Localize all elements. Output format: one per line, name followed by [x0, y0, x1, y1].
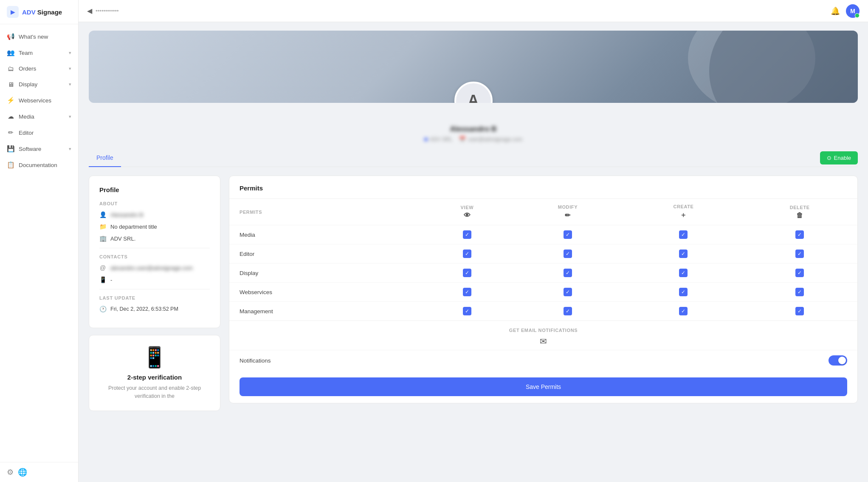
- checkbox-checked[interactable]: ✓: [795, 288, 804, 296]
- permit-delete[interactable]: ✓: [742, 283, 857, 302]
- sidebar-item-label: Documentation: [19, 162, 71, 168]
- permit-create[interactable]: ✓: [625, 225, 742, 244]
- globe-icon[interactable]: 🌐: [18, 468, 27, 477]
- permit-modify[interactable]: ✓: [510, 264, 625, 283]
- phone-icon: 📱: [99, 276, 106, 283]
- software-icon: 💾: [7, 145, 14, 153]
- sidebar-item-label: Team: [19, 50, 65, 56]
- permit-delete[interactable]: ✓: [742, 264, 857, 283]
- checkbox-checked[interactable]: ✓: [463, 250, 471, 258]
- chevron-down-icon: ▾: [69, 146, 71, 152]
- profile-info: Alessandro B ADV SRL 📅 user@advsignage.c…: [89, 103, 858, 149]
- sidebar-item-team[interactable]: 👥 Team ▾: [0, 45, 78, 61]
- sidebar-item-editor[interactable]: ✏ Editor: [0, 125, 78, 141]
- checkbox-checked[interactable]: ✓: [795, 269, 804, 277]
- permit-view[interactable]: ✓: [423, 244, 510, 264]
- display-icon: 🖥: [7, 81, 14, 88]
- checkbox-checked[interactable]: ✓: [564, 230, 572, 239]
- permit-create[interactable]: ✓: [625, 264, 742, 283]
- permit-view[interactable]: ✓: [423, 264, 510, 283]
- checkbox-checked[interactable]: ✓: [795, 250, 804, 258]
- tabs: Profile: [89, 149, 121, 167]
- table-row: Media ✓ ✓ ✓ ✓: [229, 225, 857, 244]
- checkbox-checked[interactable]: ✓: [564, 269, 572, 277]
- logo-text: ADV Signage: [22, 9, 62, 16]
- permit-modify[interactable]: ✓: [510, 225, 625, 244]
- checkbox-checked[interactable]: ✓: [463, 269, 471, 277]
- department-row: 📁 No department title: [99, 223, 210, 230]
- permit-view[interactable]: ✓: [423, 225, 510, 244]
- left-column: Profile ABOUT 👤 Alessandro B 📁 No depart…: [89, 176, 220, 411]
- permit-create[interactable]: ✓: [625, 244, 742, 264]
- settings-icon[interactable]: ⚙: [7, 468, 14, 477]
- avatar: A: [454, 82, 493, 103]
- checkbox-checked[interactable]: ✓: [679, 230, 688, 239]
- checkbox-checked[interactable]: ✓: [564, 307, 572, 315]
- permit-create[interactable]: ✓: [625, 283, 742, 302]
- permit-delete[interactable]: ✓: [742, 302, 857, 321]
- sidebar-item-media[interactable]: ☁ Media ▾: [0, 108, 78, 125]
- sidebar-item-documentation[interactable]: 📋 Documentation: [0, 157, 78, 173]
- permit-delete[interactable]: ✓: [742, 244, 857, 264]
- chevron-down-icon: ▾: [69, 114, 71, 119]
- checkbox-checked[interactable]: ✓: [679, 288, 688, 296]
- checkbox-checked[interactable]: ✓: [679, 269, 688, 277]
- permit-delete[interactable]: ✓: [742, 225, 857, 244]
- permit-view[interactable]: ✓: [423, 283, 510, 302]
- checkbox-checked[interactable]: ✓: [795, 230, 804, 239]
- logo-icon: ▶: [7, 6, 19, 18]
- permit-name: Media: [229, 225, 423, 244]
- permits-table: PERMITS VIEW 👁 MODIFY ✏ CREAT: [229, 199, 857, 320]
- phone-text: -: [110, 277, 210, 283]
- checkbox-checked[interactable]: ✓: [463, 230, 471, 239]
- notifications-label: Notifications: [240, 357, 829, 364]
- permit-modify[interactable]: ✓: [510, 302, 625, 321]
- checkbox-checked[interactable]: ✓: [679, 307, 688, 315]
- permit-view[interactable]: ✓: [423, 302, 510, 321]
- about-label: ABOUT: [99, 201, 210, 206]
- company-text: ADV SRL.: [110, 235, 210, 242]
- two-step-description: Protect your account and enable 2-step v…: [99, 384, 210, 400]
- checkbox-checked[interactable]: ✓: [679, 250, 688, 258]
- save-permits-button[interactable]: Save Permits: [240, 377, 847, 396]
- whats-new-icon: 📢: [7, 33, 14, 40]
- permit-modify[interactable]: ✓: [510, 244, 625, 264]
- checkbox-checked[interactable]: ✓: [564, 288, 572, 296]
- banner-shape-2: [709, 31, 858, 103]
- department-icon: 📁: [99, 223, 106, 230]
- col-create: CREATE ＋: [625, 199, 742, 225]
- table-row: Webservices ✓ ✓ ✓ ✓: [229, 283, 857, 302]
- tab-profile[interactable]: Profile: [89, 149, 121, 167]
- checkbox-checked[interactable]: ✓: [564, 250, 572, 258]
- pencil-icon: ✏: [515, 211, 620, 219]
- col-view: VIEW 👁: [423, 199, 510, 225]
- checkbox-checked[interactable]: ✓: [795, 307, 804, 315]
- checkbox-checked[interactable]: ✓: [463, 307, 471, 315]
- sidebar-item-software[interactable]: 💾 Software ▾: [0, 141, 78, 157]
- bell-icon[interactable]: 🔔: [831, 6, 840, 16]
- checkbox-checked[interactable]: ✓: [463, 288, 471, 296]
- last-update-value: Fri, Dec 2, 2022, 6:53:52 PM: [110, 306, 210, 312]
- profile-meta: ADV SRL 📅 user@advsignage.com: [89, 136, 858, 142]
- permit-modify[interactable]: ✓: [510, 283, 625, 302]
- notifications-toggle[interactable]: [829, 355, 847, 366]
- sidebar-item-orders[interactable]: 🗂 Orders ▾: [0, 61, 78, 77]
- profile-role: ADV SRL: [424, 136, 453, 142]
- sidebar-item-webservices[interactable]: ⚡ Webservices: [0, 92, 78, 108]
- permit-create[interactable]: ✓: [625, 302, 742, 321]
- enable-label: Enable: [834, 155, 851, 161]
- documentation-icon: 📋: [7, 161, 14, 169]
- two-step-icon: 📱: [99, 346, 210, 369]
- permits-title: Permits: [229, 176, 857, 199]
- enable-icon: ⊙: [827, 155, 831, 161]
- sidebar-item-display[interactable]: 🖥 Display ▾: [0, 77, 78, 92]
- enable-button[interactable]: ⊙ Enable: [820, 151, 858, 164]
- permits-header-row: PERMITS VIEW 👁 MODIFY ✏ CREAT: [229, 199, 857, 225]
- col-permits: PERMITS: [229, 199, 423, 225]
- trash-icon: 🗑: [746, 212, 853, 219]
- col-modify: MODIFY ✏: [510, 199, 625, 225]
- user-avatar-button[interactable]: M: [846, 4, 860, 18]
- sidebar-item-whats-new[interactable]: 📢 What's new: [0, 28, 78, 45]
- profile-email-text: user@advsignage.com: [468, 136, 522, 142]
- collapse-icon[interactable]: ◀: [87, 7, 92, 15]
